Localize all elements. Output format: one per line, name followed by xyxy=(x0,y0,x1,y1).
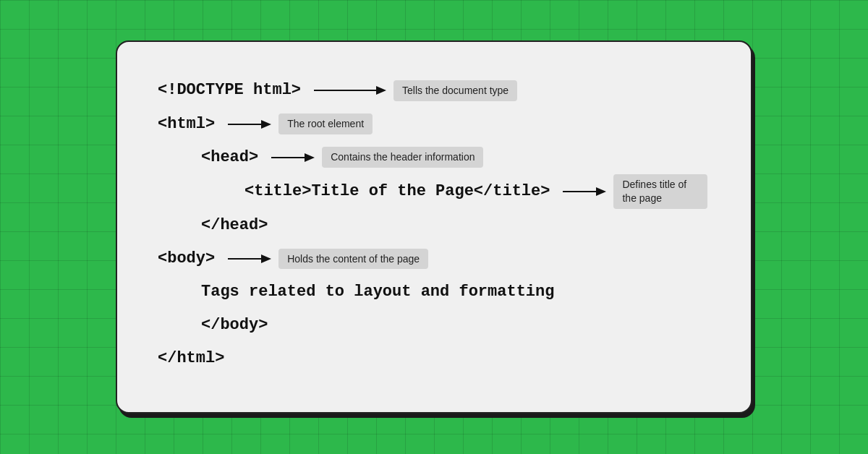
doctype-arrow xyxy=(314,82,386,98)
main-card: <!DOCTYPE html> Tells the document type … xyxy=(116,40,752,413)
title-label: Defines title of the page xyxy=(613,174,707,209)
svg-marker-5 xyxy=(305,153,315,162)
svg-marker-9 xyxy=(261,254,271,263)
head-open-label: Contains the header information xyxy=(322,147,483,168)
html-open-arrow xyxy=(228,116,271,132)
body-open-annotation: Holds the content of the page xyxy=(228,249,428,270)
title-arrow xyxy=(563,184,606,200)
head-close-code: </head> xyxy=(201,209,268,242)
html-open-label: The root element xyxy=(278,113,373,134)
head-open-annotation: Contains the header information xyxy=(271,147,483,168)
title-line: <title>Title of the Page</title> Defines… xyxy=(244,174,710,209)
doctype-code: <!DOCTYPE html> xyxy=(158,74,301,107)
doctype-line: <!DOCTYPE html> Tells the document type xyxy=(158,74,710,107)
doctype-annotation: Tells the document type xyxy=(314,80,517,101)
html-close-code: </html> xyxy=(158,342,224,375)
code-block: <!DOCTYPE html> Tells the document type … xyxy=(158,74,710,375)
html-close-line: </html> xyxy=(158,342,710,375)
title-annotation: Defines title of the page xyxy=(563,174,707,209)
head-close-line: </head> xyxy=(201,209,710,242)
body-open-label: Holds the content of the page xyxy=(278,249,428,270)
doctype-label: Tells the document type xyxy=(393,80,517,101)
head-open-arrow xyxy=(271,150,315,166)
svg-marker-7 xyxy=(596,187,606,196)
body-open-line: <body> Holds the content of the page xyxy=(158,242,710,275)
body-open-code: <body> xyxy=(158,242,215,275)
body-content-code: Tags related to layout and formatting xyxy=(201,275,554,309)
title-code: <title>Title of the Page</title> xyxy=(244,175,550,208)
svg-marker-3 xyxy=(261,120,271,129)
head-open-code: <head> xyxy=(201,141,258,174)
body-open-arrow xyxy=(228,251,271,267)
html-open-line: <html> The root element xyxy=(158,108,710,141)
body-close-line: </body> xyxy=(201,309,710,342)
html-open-annotation: The root element xyxy=(228,113,373,134)
body-close-code: </body> xyxy=(201,309,268,342)
body-content-line: Tags related to layout and formatting xyxy=(201,275,710,309)
html-open-code: <html> xyxy=(158,108,215,141)
head-open-line: <head> Contains the header information xyxy=(201,141,710,174)
svg-marker-1 xyxy=(376,86,386,95)
